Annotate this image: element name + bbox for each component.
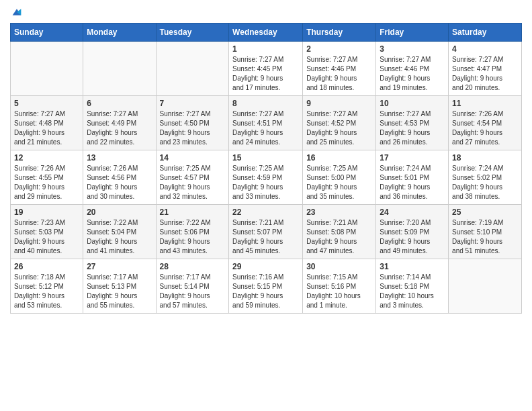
calendar-cell: 24Sunrise: 7:20 AM Sunset: 5:09 PM Dayli… xyxy=(376,205,449,259)
calendar-cell: 1Sunrise: 7:27 AM Sunset: 4:45 PM Daylig… xyxy=(229,42,303,96)
day-number: 11 xyxy=(452,99,518,108)
header-wednesday: Wednesday xyxy=(229,24,303,42)
calendar-cell xyxy=(83,42,156,96)
day-number: 14 xyxy=(160,153,226,163)
day-info: Sunrise: 7:18 AM Sunset: 5:12 PM Dayligh… xyxy=(14,273,79,310)
calendar-cell xyxy=(156,42,229,96)
header-sunday: Sunday xyxy=(11,24,83,42)
day-number: 7 xyxy=(160,99,226,108)
day-number: 17 xyxy=(380,153,445,163)
day-info: Sunrise: 7:22 AM Sunset: 5:04 PM Dayligh… xyxy=(87,218,152,256)
day-number: 13 xyxy=(87,153,152,163)
day-number: 25 xyxy=(452,208,518,217)
logo-icon xyxy=(11,7,22,17)
day-number: 16 xyxy=(306,153,372,163)
day-number: 28 xyxy=(160,262,226,271)
calendar-table: Sunday Monday Tuesday Wednesday Thursday… xyxy=(10,23,522,314)
calendar-cell: 31Sunrise: 7:14 AM Sunset: 5:18 PM Dayli… xyxy=(376,259,449,314)
day-info: Sunrise: 7:22 AM Sunset: 5:06 PM Dayligh… xyxy=(160,218,226,256)
day-number: 29 xyxy=(232,262,299,271)
header-saturday: Saturday xyxy=(449,24,522,42)
calendar-cell: 22Sunrise: 7:21 AM Sunset: 5:07 PM Dayli… xyxy=(229,205,303,259)
day-number: 19 xyxy=(14,208,79,217)
day-info: Sunrise: 7:26 AM Sunset: 4:55 PM Dayligh… xyxy=(14,164,79,201)
day-info: Sunrise: 7:21 AM Sunset: 5:08 PM Dayligh… xyxy=(306,218,372,256)
calendar-cell: 11Sunrise: 7:26 AM Sunset: 4:54 PM Dayli… xyxy=(449,96,522,150)
day-number: 10 xyxy=(380,99,445,108)
day-info: Sunrise: 7:16 AM Sunset: 5:15 PM Dayligh… xyxy=(232,273,299,310)
calendar-cell: 15Sunrise: 7:25 AM Sunset: 4:59 PM Dayli… xyxy=(229,150,303,205)
calendar-cell: 5Sunrise: 7:27 AM Sunset: 4:48 PM Daylig… xyxy=(11,96,83,150)
day-number: 22 xyxy=(232,208,299,217)
day-info: Sunrise: 7:27 AM Sunset: 4:45 PM Dayligh… xyxy=(232,55,299,93)
day-info: Sunrise: 7:20 AM Sunset: 5:09 PM Dayligh… xyxy=(380,218,445,256)
calendar-cell: 20Sunrise: 7:22 AM Sunset: 5:04 PM Dayli… xyxy=(83,205,156,259)
header-thursday: Thursday xyxy=(303,24,376,42)
calendar-cell xyxy=(449,259,522,314)
day-info: Sunrise: 7:24 AM Sunset: 5:02 PM Dayligh… xyxy=(452,164,518,201)
calendar-cell xyxy=(11,42,83,96)
header-monday: Monday xyxy=(83,24,156,42)
day-info: Sunrise: 7:19 AM Sunset: 5:10 PM Dayligh… xyxy=(452,218,518,256)
calendar-cell: 17Sunrise: 7:24 AM Sunset: 5:01 PM Dayli… xyxy=(376,150,449,205)
calendar-cell: 23Sunrise: 7:21 AM Sunset: 5:08 PM Dayli… xyxy=(303,205,376,259)
calendar-cell: 27Sunrise: 7:17 AM Sunset: 5:13 PM Dayli… xyxy=(83,259,156,314)
day-info: Sunrise: 7:27 AM Sunset: 4:50 PM Dayligh… xyxy=(160,109,226,147)
day-number: 6 xyxy=(87,99,152,108)
day-number: 20 xyxy=(87,208,152,217)
calendar-week-row-4: 19Sunrise: 7:23 AM Sunset: 5:03 PM Dayli… xyxy=(11,205,522,259)
header-friday: Friday xyxy=(376,24,449,42)
day-number: 3 xyxy=(380,44,445,54)
logo xyxy=(10,7,22,17)
day-info: Sunrise: 7:26 AM Sunset: 4:56 PM Dayligh… xyxy=(87,164,152,201)
calendar-cell: 13Sunrise: 7:26 AM Sunset: 4:56 PM Dayli… xyxy=(83,150,156,205)
day-number: 12 xyxy=(14,153,79,163)
day-number: 31 xyxy=(380,262,445,271)
day-number: 2 xyxy=(306,44,372,54)
calendar-cell: 21Sunrise: 7:22 AM Sunset: 5:06 PM Dayli… xyxy=(156,205,229,259)
calendar-week-row-1: 1Sunrise: 7:27 AM Sunset: 4:45 PM Daylig… xyxy=(11,42,522,96)
calendar-cell: 18Sunrise: 7:24 AM Sunset: 5:02 PM Dayli… xyxy=(449,150,522,205)
day-info: Sunrise: 7:26 AM Sunset: 4:54 PM Dayligh… xyxy=(452,109,518,147)
day-info: Sunrise: 7:27 AM Sunset: 4:52 PM Dayligh… xyxy=(306,109,372,147)
day-number: 21 xyxy=(160,208,226,217)
day-info: Sunrise: 7:15 AM Sunset: 5:16 PM Dayligh… xyxy=(306,273,372,310)
calendar-week-row-3: 12Sunrise: 7:26 AM Sunset: 4:55 PM Dayli… xyxy=(11,150,522,205)
day-number: 4 xyxy=(452,44,518,54)
day-number: 8 xyxy=(232,99,299,108)
calendar-cell: 16Sunrise: 7:25 AM Sunset: 5:00 PM Dayli… xyxy=(303,150,376,205)
day-info: Sunrise: 7:14 AM Sunset: 5:18 PM Dayligh… xyxy=(380,273,445,310)
calendar-cell: 2Sunrise: 7:27 AM Sunset: 4:46 PM Daylig… xyxy=(303,42,376,96)
day-number: 24 xyxy=(380,208,445,217)
calendar-cell: 19Sunrise: 7:23 AM Sunset: 5:03 PM Dayli… xyxy=(11,205,83,259)
calendar-cell: 4Sunrise: 7:27 AM Sunset: 4:47 PM Daylig… xyxy=(449,42,522,96)
day-info: Sunrise: 7:17 AM Sunset: 5:14 PM Dayligh… xyxy=(160,273,226,310)
calendar-week-row-5: 26Sunrise: 7:18 AM Sunset: 5:12 PM Dayli… xyxy=(11,259,522,314)
page: Sunday Monday Tuesday Wednesday Thursday… xyxy=(0,0,532,324)
day-info: Sunrise: 7:27 AM Sunset: 4:49 PM Dayligh… xyxy=(87,109,152,147)
calendar-cell: 6Sunrise: 7:27 AM Sunset: 4:49 PM Daylig… xyxy=(83,96,156,150)
day-info: Sunrise: 7:27 AM Sunset: 4:47 PM Dayligh… xyxy=(452,55,518,93)
day-info: Sunrise: 7:23 AM Sunset: 5:03 PM Dayligh… xyxy=(14,218,79,256)
day-info: Sunrise: 7:27 AM Sunset: 4:46 PM Dayligh… xyxy=(380,55,445,93)
day-number: 26 xyxy=(14,262,79,271)
day-info: Sunrise: 7:27 AM Sunset: 4:51 PM Dayligh… xyxy=(232,109,299,147)
calendar-cell: 9Sunrise: 7:27 AM Sunset: 4:52 PM Daylig… xyxy=(303,96,376,150)
day-number: 27 xyxy=(87,262,152,271)
calendar-cell: 8Sunrise: 7:27 AM Sunset: 4:51 PM Daylig… xyxy=(229,96,303,150)
day-number: 5 xyxy=(14,99,79,108)
day-info: Sunrise: 7:27 AM Sunset: 4:46 PM Dayligh… xyxy=(306,55,372,93)
calendar-cell: 10Sunrise: 7:27 AM Sunset: 4:53 PM Dayli… xyxy=(376,96,449,150)
day-info: Sunrise: 7:21 AM Sunset: 5:07 PM Dayligh… xyxy=(232,218,299,256)
calendar-cell: 30Sunrise: 7:15 AM Sunset: 5:16 PM Dayli… xyxy=(303,259,376,314)
day-info: Sunrise: 7:27 AM Sunset: 4:53 PM Dayligh… xyxy=(380,109,445,147)
day-number: 1 xyxy=(232,44,299,54)
calendar-week-row-2: 5Sunrise: 7:27 AM Sunset: 4:48 PM Daylig… xyxy=(11,96,522,150)
day-number: 15 xyxy=(232,153,299,163)
day-info: Sunrise: 7:25 AM Sunset: 4:57 PM Dayligh… xyxy=(160,164,226,201)
day-info: Sunrise: 7:17 AM Sunset: 5:13 PM Dayligh… xyxy=(87,273,152,310)
calendar-cell: 12Sunrise: 7:26 AM Sunset: 4:55 PM Dayli… xyxy=(11,150,83,205)
calendar-cell: 14Sunrise: 7:25 AM Sunset: 4:57 PM Dayli… xyxy=(156,150,229,205)
day-info: Sunrise: 7:25 AM Sunset: 5:00 PM Dayligh… xyxy=(306,164,372,201)
header xyxy=(10,7,522,17)
